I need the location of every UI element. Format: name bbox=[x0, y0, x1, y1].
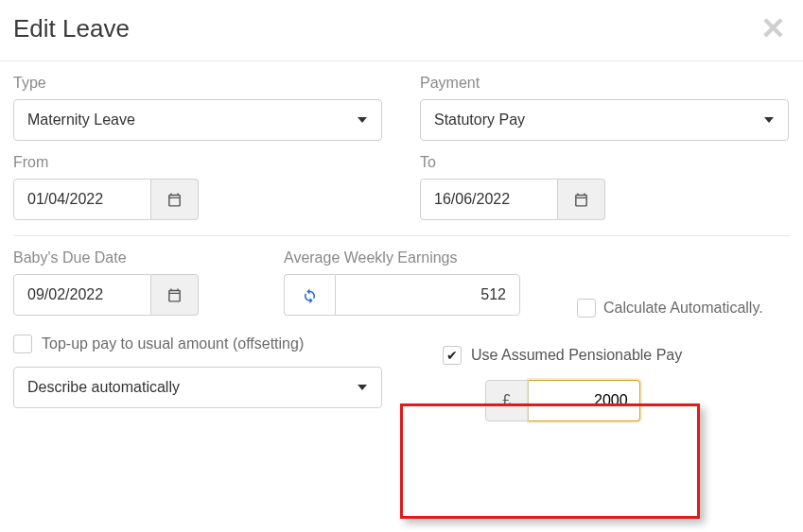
type-select[interactable]: Maternity Leave bbox=[13, 99, 382, 141]
describe-select[interactable]: Describe automatically bbox=[13, 367, 382, 408]
calendar-icon bbox=[166, 287, 183, 303]
due-date-label: Baby's Due Date bbox=[13, 249, 199, 266]
assumed-amount-input[interactable] bbox=[529, 380, 640, 421]
topup-label: Top-up pay to usual amount (offsetting) bbox=[42, 335, 304, 352]
type-label: Type bbox=[13, 75, 382, 92]
to-label: To bbox=[420, 154, 789, 171]
modal-title: Edit Leave bbox=[13, 14, 130, 43]
payment-select[interactable]: Statutory Pay bbox=[420, 99, 789, 141]
calendar-icon bbox=[573, 192, 589, 208]
from-date-picker-button[interactable] bbox=[151, 179, 199, 220]
payment-label: Payment bbox=[420, 75, 789, 92]
section-divider bbox=[13, 235, 790, 236]
to-date-input[interactable] bbox=[420, 179, 558, 220]
calendar-icon bbox=[166, 192, 183, 208]
refresh-icon bbox=[301, 286, 319, 304]
due-date-picker-button[interactable] bbox=[151, 274, 199, 316]
refresh-awe-button[interactable] bbox=[284, 274, 335, 316]
currency-symbol: £ bbox=[485, 380, 529, 421]
avg-weekly-input[interactable] bbox=[335, 274, 520, 316]
assumed-pensionable-label: Use Assumed Pensionable Pay bbox=[471, 347, 682, 364]
assumed-pensionable-checkbox[interactable] bbox=[443, 346, 462, 365]
to-date-picker-button[interactable] bbox=[558, 179, 605, 220]
from-date-input[interactable] bbox=[13, 179, 151, 220]
calculate-auto-checkbox[interactable] bbox=[577, 299, 596, 317]
close-icon[interactable]: ✕ bbox=[760, 13, 786, 43]
calculate-auto-label: Calculate Automatically. bbox=[603, 300, 763, 317]
modal-header: Edit Leave ✕ bbox=[0, 0, 803, 61]
from-label: From bbox=[13, 154, 382, 171]
avg-weekly-label: Average Weekly Earnings bbox=[284, 249, 520, 266]
due-date-input[interactable] bbox=[13, 274, 151, 316]
topup-checkbox[interactable] bbox=[13, 335, 32, 353]
